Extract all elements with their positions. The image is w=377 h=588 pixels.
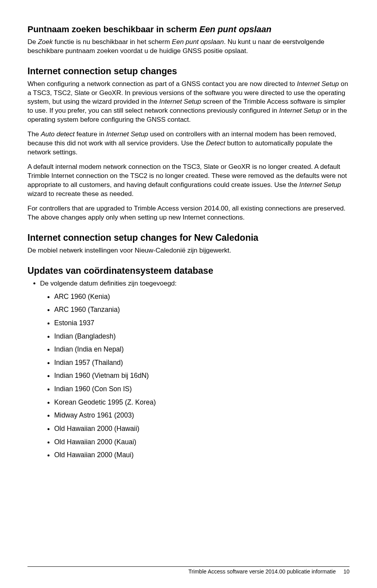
paragraph: De Zoek functie is nu beschikbaar in het… [27, 38, 350, 56]
footer-page: 10 [343, 568, 350, 575]
footer-divider [27, 566, 350, 567]
list-item: Indian (Bangladesh) [54, 332, 350, 341]
paragraph: A default internal modem network connect… [27, 163, 350, 199]
heading-new-caledonia: Internet connection setup changes for Ne… [27, 232, 350, 244]
outer-list: De volgende datum definities zijn toegev… [27, 279, 350, 460]
heading-puntnaam: Puntnaam zoeken beschikbaar in scherm Ee… [27, 24, 350, 35]
heading-text: Puntnaam zoeken beschikbaar in scherm [27, 24, 199, 34]
list-item: Old Hawaiian 2000 (Kauai) [54, 438, 350, 447]
list-item: Estonia 1937 [54, 319, 350, 328]
list-item: Korean Geodetic 1995 (Z. Korea) [54, 398, 350, 407]
inner-list: ARC 1960 (Kenia)ARC 1960 (Tanzania)Eston… [40, 292, 350, 460]
heading-coord-db: Updates van coördinatensysteem database [27, 265, 350, 277]
list-item: Old Hawaiian 2000 (Maui) [54, 451, 350, 460]
list-item: Indian (India en Nepal) [54, 345, 350, 354]
list-intro: De volgende datum definities zijn toegev… [40, 279, 350, 460]
paragraph: The Auto detect feature in Internet Setu… [27, 130, 350, 157]
list-item: Midway Astro 1961 (2003) [54, 411, 350, 420]
list-item: Indian 1960 (Vietnam bij 16dN) [54, 371, 350, 381]
heading-em: Een punt opslaan [199, 24, 271, 34]
paragraph: When configuring a network connection as… [27, 80, 350, 125]
paragraph: De mobiel netwerk instellingen voor Nieu… [27, 246, 350, 255]
list-item: Indian 1957 (Thailand) [54, 358, 350, 368]
heading-internet-setup: Internet connection setup changes [27, 65, 350, 77]
list-item: ARC 1960 (Kenia) [54, 292, 350, 302]
list-item: ARC 1960 (Tanzania) [54, 305, 350, 315]
footer-text: Trimble Access software versie 2014.00 p… [188, 568, 336, 575]
list-item: Indian 1960 (Con Son IS) [54, 385, 350, 394]
list-item: Old Hawaiian 2000 (Hawaii) [54, 424, 350, 434]
footer: Trimble Access software versie 2014.00 p… [188, 568, 350, 575]
paragraph: For controllers that are upgraded to Tri… [27, 204, 350, 222]
